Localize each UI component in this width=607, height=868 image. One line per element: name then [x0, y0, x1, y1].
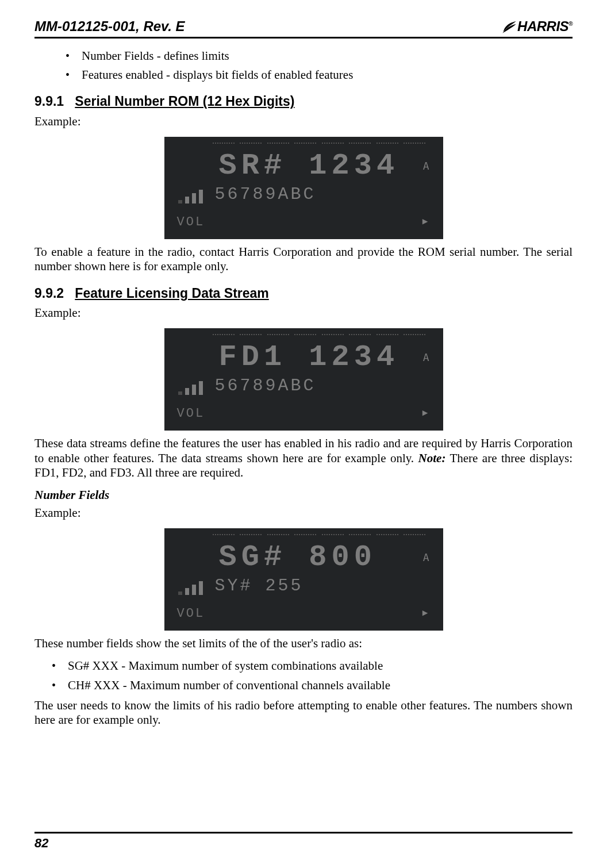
- lcd-vol-label: VOL: [177, 215, 205, 230]
- lcd-mode-indicator: A: [423, 351, 429, 364]
- page-number: 82: [34, 836, 573, 851]
- arrow-right-icon: ▶: [422, 408, 428, 419]
- lcd-line1: SG# 800: [219, 540, 377, 575]
- lcd-line2: SY# 255: [215, 575, 304, 596]
- lcd-vol-label: VOL: [177, 606, 205, 621]
- list-item: Number Fields - defines limits: [66, 49, 573, 63]
- paragraph: To enable a feature in the radio, contac…: [34, 245, 573, 274]
- arrow-right-icon: ▶: [422, 608, 428, 619]
- lcd-line2: 56789ABC: [215, 375, 316, 396]
- example-label: Example:: [34, 506, 573, 520]
- paragraph: These data streams define the features t…: [34, 436, 573, 480]
- lcd-screen: FD1 1234 A 56789ABC VOL ▶: [164, 328, 443, 431]
- lcd-line1: FD1 1234: [219, 340, 399, 375]
- list-item: SG# XXX - Maximum number of system combi…: [52, 659, 573, 673]
- page-header: MM-012125-001, Rev. E HARRIS®: [34, 18, 573, 39]
- note-label: Note:: [418, 451, 446, 465]
- lcd-mode-indicator: A: [423, 160, 429, 172]
- lcd-figure-limits: SG# 800 A SY# 255 VOL ▶: [34, 528, 573, 631]
- limits-bullet-list: SG# XXX - Maximum number of system combi…: [34, 659, 573, 692]
- lcd-mode-indicator: A: [423, 551, 429, 564]
- lcd-line2: 56789ABC: [215, 184, 316, 205]
- harris-swoosh-icon: [502, 19, 517, 34]
- lcd-dot-row: [213, 143, 426, 148]
- page-footer: 82: [34, 832, 573, 851]
- lcd-dot-row: [213, 534, 426, 540]
- list-item: CH# XXX - Maximum number of conventional…: [52, 678, 573, 693]
- example-label: Example:: [34, 306, 573, 320]
- intro-bullet-list: Number Fields - defines limits Features …: [34, 49, 573, 82]
- lcd-line1: SR# 1234: [219, 148, 399, 184]
- lcd-figure-feature: FD1 1234 A 56789ABC VOL ▶: [34, 328, 573, 431]
- document-id: MM-012125-001, Rev. E: [34, 18, 185, 34]
- example-label: Example:: [34, 114, 573, 129]
- signal-bars-icon: [178, 581, 203, 595]
- brand-logo-text: HARRIS®: [517, 18, 573, 34]
- list-item: Features enabled - displays bit fields o…: [66, 68, 573, 82]
- paragraph: The user needs to know the limits of his…: [34, 698, 573, 727]
- subsection-heading: Number Fields: [34, 488, 573, 502]
- lcd-screen: SG# 800 A SY# 255 VOL ▶: [164, 528, 443, 631]
- page-content: Number Fields - defines limits Features …: [34, 49, 573, 727]
- paragraph: These number fields show the set limits …: [34, 636, 573, 651]
- brand-logo: HARRIS®: [502, 18, 573, 34]
- section-heading-991: 9.9.1 Serial Number ROM (12 Hex Digits): [34, 94, 573, 110]
- section-heading-992: 9.9.2 Feature Licensing Data Stream: [34, 286, 573, 302]
- lcd-vol-label: VOL: [177, 406, 205, 421]
- signal-bars-icon: [178, 381, 203, 395]
- arrow-right-icon: ▶: [422, 217, 428, 228]
- lcd-dot-row: [213, 334, 426, 340]
- signal-bars-icon: [178, 190, 203, 203]
- lcd-figure-serial: SR# 1234 A 56789ABC VOL ▶: [34, 137, 573, 239]
- page: MM-012125-001, Rev. E HARRIS® Number Fie…: [0, 0, 607, 868]
- lcd-screen: SR# 1234 A 56789ABC VOL ▶: [164, 137, 443, 239]
